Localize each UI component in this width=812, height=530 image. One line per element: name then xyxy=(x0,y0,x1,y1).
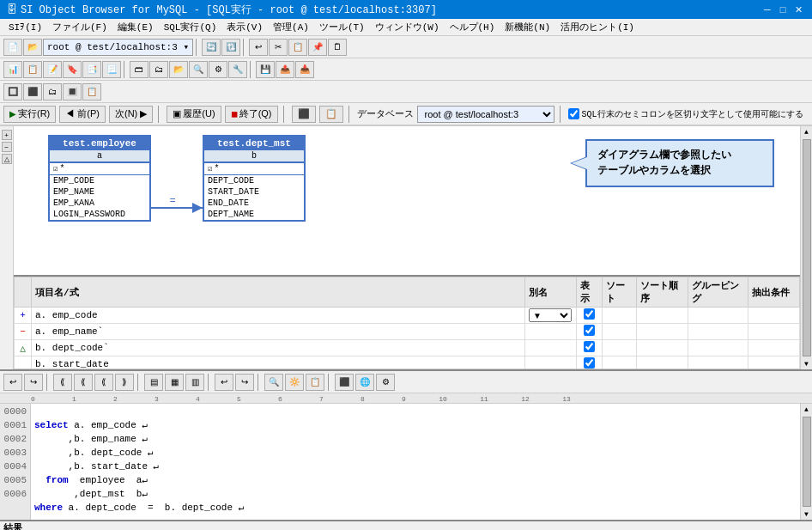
scroll-thumb[interactable] xyxy=(803,139,811,356)
connection-combo[interactable]: root @ test/localhost:3 ▾ xyxy=(43,39,193,56)
run-button[interactable]: ▶ 実行(R) xyxy=(3,106,56,123)
sql-tb-back[interactable]: ↩ xyxy=(215,374,233,391)
row-filter-1[interactable] xyxy=(748,308,800,324)
sql-semicolon-checkbox[interactable] xyxy=(568,108,579,119)
row-sort-2[interactable] xyxy=(603,324,637,340)
tb-btn-1[interactable]: 📄 xyxy=(3,39,22,56)
col-emp-name[interactable]: EMP_NAME xyxy=(50,186,149,198)
sql-tb-b13[interactable]: ⚙ xyxy=(376,374,395,391)
sql-scroll-down[interactable]: ▼ xyxy=(801,509,812,520)
menu-si[interactable]: SIｦ(I) xyxy=(3,20,47,34)
menu-view[interactable]: 表示(V) xyxy=(221,19,268,35)
row-sort-order-3[interactable] xyxy=(637,340,688,356)
tb2-btn-10[interactable]: 🔍 xyxy=(189,61,208,78)
row-filter-2[interactable] xyxy=(748,324,800,340)
row-name-1[interactable]: a. emp_code xyxy=(32,308,525,324)
row-visible-3[interactable] xyxy=(577,340,603,356)
sql-tb-b3[interactable]: ⟪ xyxy=(94,374,113,391)
row-name-2[interactable]: a. emp_name` xyxy=(32,324,525,340)
prev-button[interactable]: ◀ 前(P) xyxy=(59,106,106,123)
sidebar-remove-btn[interactable]: − xyxy=(2,142,12,152)
sql-tb-b9[interactable]: 🔆 xyxy=(285,374,304,391)
stop-button[interactable]: ◼ 終了(Q) xyxy=(225,106,278,123)
tb3-btn-4[interactable]: 🔳 xyxy=(63,83,82,101)
tb2-btn-15[interactable]: 📥 xyxy=(295,61,314,78)
tb-btn-5[interactable]: 🗒 xyxy=(328,39,347,56)
tb3-btn-3[interactable]: 🗂 xyxy=(43,83,62,101)
sql-tb-b2[interactable]: ⟪ xyxy=(74,374,93,391)
tb-btn-paste[interactable]: 📌 xyxy=(308,39,327,56)
row-filter-3[interactable] xyxy=(748,340,800,356)
tb2-btn-3[interactable]: 📝 xyxy=(43,61,62,78)
menu-hints[interactable]: 活用のヒント(I) xyxy=(555,19,639,35)
sql-tb-b7[interactable]: ▥ xyxy=(185,374,204,391)
sql-editor-content[interactable]: select a. emp_code ↵ ,b. emp_name ↵ ,b. … xyxy=(31,404,800,520)
next-button[interactable]: 次(N) ▶ xyxy=(109,106,153,123)
tb-btn-undo[interactable]: ↩ xyxy=(249,39,268,56)
tb2-btn-14[interactable]: 📤 xyxy=(276,61,294,78)
tb3-btn-1[interactable]: 🔲 xyxy=(3,83,22,101)
col-emp-kana[interactable]: EMP_KANA xyxy=(50,198,149,209)
sql-tb-b12[interactable]: 🌐 xyxy=(355,374,374,391)
menu-window[interactable]: ウィンドウ(W) xyxy=(370,19,445,35)
col-start-date[interactable]: START_DATE xyxy=(204,186,304,198)
menu-help[interactable]: ヘルプ(H) xyxy=(445,19,500,35)
tb-btn-cut[interactable]: ✂ xyxy=(269,39,288,56)
format-button[interactable]: ⬛ xyxy=(292,106,316,123)
sql-tb-b6[interactable]: ▦ xyxy=(165,374,184,391)
row-group-3[interactable] xyxy=(688,340,748,356)
col-emp-asterisk[interactable]: ☑ * xyxy=(50,163,149,174)
row-filter-4[interactable] xyxy=(748,356,800,370)
row-visible-1[interactable] xyxy=(577,308,603,324)
row-sort-3[interactable] xyxy=(603,340,637,356)
sql-tb-b5[interactable]: ▤ xyxy=(144,374,163,391)
sql-tb-b4[interactable]: ⟫ xyxy=(115,374,134,391)
tb2-btn-11[interactable]: ⚙ xyxy=(209,61,227,78)
minimize-button[interactable]: ─ xyxy=(760,3,774,16)
db-combo[interactable]: root @ test/localhost:3 xyxy=(417,106,554,123)
row-alias-1[interactable]: ▼ xyxy=(525,308,577,324)
scroll-down-arrow[interactable]: ▼ xyxy=(803,358,810,369)
tb3-btn-2[interactable]: ⬛ xyxy=(23,83,42,101)
menu-edit[interactable]: 編集(E) xyxy=(112,19,159,35)
tb2-btn-4[interactable]: 🔖 xyxy=(63,61,82,78)
row-sort-order-4[interactable] xyxy=(637,356,688,370)
tb-btn-new[interactable]: 🔄 xyxy=(202,39,221,56)
row-sort-order-1[interactable] xyxy=(637,308,688,324)
menu-file[interactable]: ファイル(F) xyxy=(47,19,112,35)
tb2-btn-2[interactable]: 📋 xyxy=(23,61,42,78)
sidebar-up-btn[interactable]: △ xyxy=(2,154,12,164)
row-alias-4[interactable] xyxy=(525,356,577,370)
sql-scrollbar[interactable]: ▲ ▼ xyxy=(800,404,812,520)
row-alias-2[interactable] xyxy=(525,324,577,340)
diagram-scrollbar[interactable]: ▲ ▼ xyxy=(800,126,812,369)
menu-sql[interactable]: SQL実行(Q) xyxy=(159,19,222,35)
sql-tb-b1[interactable]: ⟪ xyxy=(53,374,72,391)
sql-scroll-thumb[interactable] xyxy=(803,417,811,507)
sql-tb-undo[interactable]: ↩ xyxy=(3,374,22,391)
tb2-btn-1[interactable]: 📊 xyxy=(3,61,22,78)
sql-tb-fwd[interactable]: ↪ xyxy=(235,374,254,391)
row-sort-4[interactable] xyxy=(603,356,637,370)
row-group-4[interactable] xyxy=(688,356,748,370)
tb-btn-2[interactable]: 📂 xyxy=(23,39,42,56)
row-sort-1[interactable] xyxy=(603,308,637,324)
tb3-btn-5[interactable]: 📋 xyxy=(82,83,101,101)
tb2-btn-8[interactable]: 🗂 xyxy=(149,61,168,78)
tb2-btn-12[interactable]: 🔧 xyxy=(228,61,247,78)
tb2-btn-7[interactable]: 🗃 xyxy=(130,61,148,78)
sql-tb-b10[interactable]: 📋 xyxy=(306,374,324,391)
sql-scroll-up[interactable]: ▲ xyxy=(801,404,812,415)
row-visible-2[interactable] xyxy=(577,324,603,340)
row-alias-3[interactable] xyxy=(525,340,577,356)
row-name-3[interactable]: b. dept_code` xyxy=(32,340,525,356)
close-button[interactable]: ✕ xyxy=(791,3,805,16)
sql-tb-b8[interactable]: 🔍 xyxy=(264,374,283,391)
row-name-4[interactable]: b. start_date xyxy=(32,356,525,370)
explain-button[interactable]: 📋 xyxy=(319,106,343,123)
sql-semicolon-check[interactable]: SQL行末のセミコロンを区切り文字として使用可能にする xyxy=(568,108,803,120)
menu-new[interactable]: 新機能(N) xyxy=(500,19,555,35)
menu-tools[interactable]: ツール(T) xyxy=(314,19,370,35)
history-button[interactable]: ▣ 履歴(U) xyxy=(167,106,221,123)
row-visible-4[interactable] xyxy=(577,356,603,370)
